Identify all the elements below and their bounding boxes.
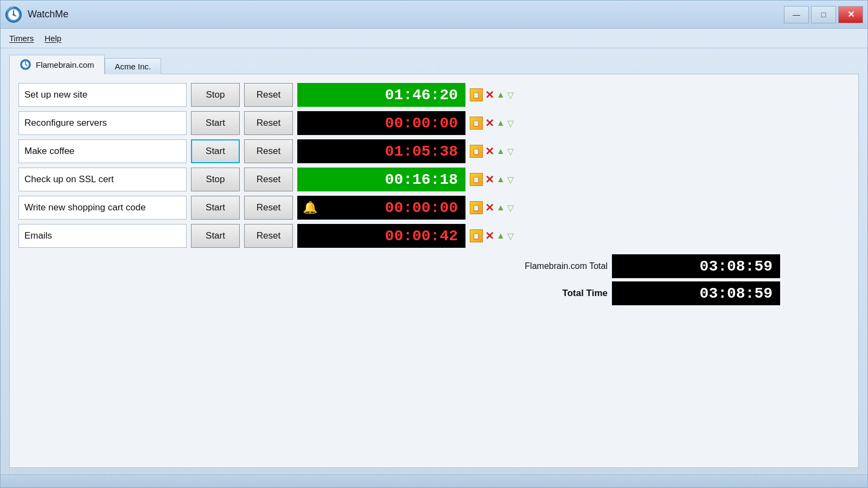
timer-display-4: 00:16:18 — [297, 168, 465, 191]
notes-icon-4[interactable]: 📋 — [470, 173, 483, 186]
reset-button-4[interactable]: Reset — [244, 168, 293, 191]
window-controls: — □ ✕ — [784, 6, 863, 23]
timer-row-1: Stop Reset 01:46:20 📋 ✕ ▲ ▽ — [18, 83, 850, 107]
down-icon-4[interactable]: ▽ — [507, 175, 514, 185]
app-title: WatchMe — [28, 9, 68, 20]
delete-icon-6[interactable]: ✕ — [485, 229, 494, 242]
timer-row-6: Start Reset 00:00:42 📋 ✕ ▲ ▽ — [18, 224, 850, 248]
down-icon-6[interactable]: ▽ — [507, 231, 514, 241]
up-icon-2[interactable]: ▲ — [496, 118, 505, 128]
reset-button-6[interactable]: Reset — [244, 224, 293, 248]
main-window: WatchMe — □ ✕ Timers Help Flamebrain.com — [0, 0, 868, 488]
start-button-5[interactable]: Start — [191, 196, 240, 220]
tab-flamebrain[interactable]: Flamebrain.com — [9, 55, 105, 74]
title-bar: WatchMe — □ ✕ — [1, 1, 867, 29]
down-icon-2[interactable]: ▽ — [507, 118, 514, 129]
up-icon-1[interactable]: ▲ — [496, 90, 505, 100]
action-icons-2: 📋 ✕ ▲ ▽ — [470, 117, 514, 130]
totals-section: Flamebrain.com Total 03:08:59 Total Time… — [18, 254, 850, 305]
delete-icon-4[interactable]: ✕ — [485, 173, 494, 186]
task-name-2[interactable] — [18, 111, 187, 135]
action-icons-1: 📋 ✕ ▲ ▽ — [470, 88, 514, 101]
svg-point-4 — [12, 14, 15, 16]
timer-value-3: 01:05:38 — [385, 143, 458, 160]
timer-value-5: 00:00:00 — [385, 200, 458, 216]
delete-icon-2[interactable]: ✕ — [485, 117, 494, 130]
notes-icon-2[interactable]: 📋 — [470, 117, 483, 130]
start-button-6[interactable]: Start — [191, 224, 240, 248]
total-row-all: Total Time 03:08:59 — [18, 281, 850, 305]
timer-display-2: 00:00:00 — [297, 111, 465, 135]
total-value-flamebrain: 03:08:59 — [700, 258, 773, 275]
tab-acme[interactable]: Acme Inc. — [105, 58, 162, 74]
task-name-1[interactable] — [18, 83, 187, 107]
notes-icon-3[interactable]: 📋 — [470, 145, 483, 158]
timer-row-4: Stop Reset 00:16:18 📋 ✕ ▲ ▽ — [18, 168, 850, 191]
up-icon-6[interactable]: ▲ — [496, 231, 505, 241]
tab-acme-label: Acme Inc. — [115, 62, 151, 71]
menu-bar: Timers Help — [1, 29, 867, 48]
content-area: Flamebrain.com Acme Inc. Stop Reset 01:4… — [1, 48, 867, 474]
timer-row-3: Start Reset 01:05:38 📋 ✕ ▲ ▽ — [18, 139, 850, 163]
stop-button-1[interactable]: Stop — [191, 83, 240, 107]
maximize-button[interactable]: □ — [811, 6, 836, 23]
stop-button-4[interactable]: Stop — [191, 168, 240, 191]
close-button[interactable]: ✕ — [838, 6, 863, 23]
timer-display-1: 01:46:20 — [297, 83, 465, 107]
up-icon-3[interactable]: ▲ — [496, 146, 505, 156]
timers-panel: Stop Reset 01:46:20 📋 ✕ ▲ ▽ Start Reset — [9, 74, 859, 468]
total-display-all: 03:08:59 — [612, 281, 780, 305]
total-label-all: Total Time — [488, 288, 608, 299]
total-display-flamebrain: 03:08:59 — [612, 254, 780, 278]
task-name-5[interactable] — [18, 196, 187, 220]
tab-flamebrain-label: Flamebrain.com — [36, 60, 94, 69]
reset-button-1[interactable]: Reset — [244, 83, 293, 107]
timer-display-3: 01:05:38 — [297, 139, 465, 163]
timer-row-5: Start Reset 🔔 00:00:00 📋 ✕ ▲ ▽ — [18, 196, 850, 220]
total-value-all: 03:08:59 — [700, 285, 773, 302]
down-icon-1[interactable]: ▽ — [507, 90, 514, 100]
reset-button-3[interactable]: Reset — [244, 139, 293, 163]
menu-item-timers[interactable]: Timers — [9, 34, 34, 43]
down-icon-5[interactable]: ▽ — [507, 203, 514, 213]
reset-button-5[interactable]: Reset — [244, 196, 293, 220]
app-icon — [5, 6, 22, 23]
action-icons-5: 📋 ✕ ▲ ▽ — [470, 201, 514, 214]
timer-value-4: 00:16:18 — [385, 171, 458, 188]
action-icons-4: 📋 ✕ ▲ ▽ — [470, 173, 514, 186]
task-name-6[interactable] — [18, 224, 187, 248]
timer-value-1: 01:46:20 — [385, 87, 458, 104]
delete-icon-1[interactable]: ✕ — [485, 88, 494, 101]
tab-flamebrain-icon — [20, 59, 31, 70]
total-row-flamebrain: Flamebrain.com Total 03:08:59 — [18, 254, 850, 278]
timer-display-5: 🔔 00:00:00 — [297, 196, 465, 220]
tabs-row: Flamebrain.com Acme Inc. — [9, 55, 859, 74]
timer-value-2: 00:00:00 — [385, 115, 458, 132]
notes-icon-6[interactable]: 📋 — [470, 229, 483, 242]
delete-icon-3[interactable]: ✕ — [485, 145, 494, 158]
minimize-button[interactable]: — — [784, 6, 809, 23]
up-icon-4[interactable]: ▲ — [496, 175, 505, 184]
start-button-2[interactable]: Start — [191, 111, 240, 135]
delete-icon-5[interactable]: ✕ — [485, 201, 494, 214]
timer-display-6: 00:00:42 — [297, 224, 465, 248]
up-icon-5[interactable]: ▲ — [496, 203, 505, 213]
down-icon-3[interactable]: ▽ — [507, 146, 514, 157]
total-label-flamebrain: Flamebrain.com Total — [488, 261, 608, 271]
task-name-4[interactable] — [18, 168, 187, 191]
task-name-3[interactable] — [18, 139, 187, 163]
action-icons-3: 📋 ✕ ▲ ▽ — [470, 145, 514, 158]
timer-value-6: 00:00:42 — [385, 228, 458, 245]
bell-icon-5: 🔔 — [303, 201, 317, 215]
notes-icon-5[interactable]: 📋 — [470, 201, 483, 214]
menu-item-help[interactable]: Help — [44, 34, 61, 43]
title-bar-left: WatchMe — [5, 6, 784, 23]
reset-button-2[interactable]: Reset — [244, 111, 293, 135]
notes-icon-1[interactable]: 📋 — [470, 88, 483, 101]
action-icons-6: 📋 ✕ ▲ ▽ — [470, 229, 514, 242]
status-bar — [1, 474, 867, 487]
timer-row-2: Start Reset 00:00:00 📋 ✕ ▲ ▽ — [18, 111, 850, 135]
start-button-3[interactable]: Start — [191, 139, 240, 163]
